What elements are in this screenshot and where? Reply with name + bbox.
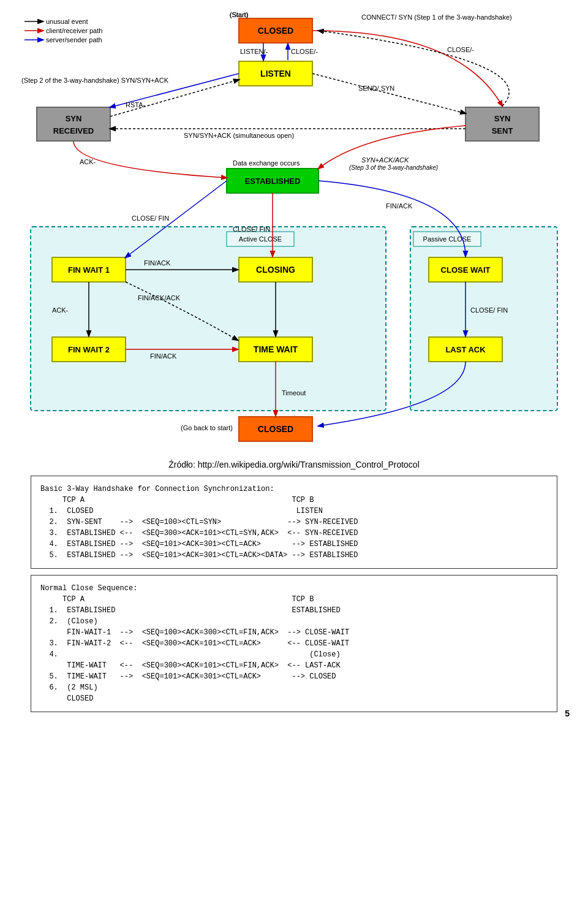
svg-text:FIN/ACK: FIN/ACK xyxy=(150,352,177,360)
svg-rect-14 xyxy=(37,107,110,141)
source-citation: Źródło: http://en.wikipedia.org/wiki/Tra… xyxy=(18,460,570,469)
svg-text:CLOSE WAIT: CLOSE WAIT xyxy=(441,265,491,275)
svg-text:FIN WAIT 1: FIN WAIT 1 xyxy=(68,265,110,275)
svg-text:unusual event: unusual event xyxy=(46,18,88,25)
svg-text:CLOSED: CLOSED xyxy=(258,424,293,434)
svg-text:client/receiver path: client/receiver path xyxy=(46,27,102,34)
svg-text:(Go back to start): (Go back to start) xyxy=(181,424,233,431)
svg-text:SYN+ACK/ACK: SYN+ACK/ACK xyxy=(361,156,409,164)
svg-text:SYN: SYN xyxy=(494,114,511,123)
svg-text:CONNECT/ SYN   (Step 1 of the : CONNECT/ SYN (Step 1 of the 3-way-handsh… xyxy=(361,13,512,21)
svg-text:CLOSED: CLOSED xyxy=(258,26,293,36)
svg-text:ACK-: ACK- xyxy=(52,306,69,314)
svg-text:SEND/ SYN: SEND/ SYN xyxy=(358,85,394,92)
svg-text:ESTABLISHED: ESTABLISHED xyxy=(245,177,301,186)
handshake-box: Basic 3-Way Handshake for Connection Syn… xyxy=(31,476,557,569)
svg-text:CLOSE/ FIN: CLOSE/ FIN xyxy=(470,306,508,314)
svg-rect-22 xyxy=(31,227,386,411)
svg-text:(Step 2 of the 3-way-handshake: (Step 2 of the 3-way-handshake) SYN/SYN+… xyxy=(21,77,169,84)
svg-text:SENT: SENT xyxy=(492,126,513,135)
svg-text:FIN/ACK: FIN/ACK xyxy=(144,259,171,267)
svg-text:FIN WAIT 2: FIN WAIT 2 xyxy=(68,345,110,354)
tcp-state-diagram: unusual event client/receiver path serve… xyxy=(18,12,570,454)
page-number: 5 xyxy=(565,708,570,718)
svg-rect-23 xyxy=(410,227,557,411)
svg-text:ACK-: ACK- xyxy=(80,158,96,165)
svg-text:LAST ACK: LAST ACK xyxy=(445,345,486,354)
svg-text:RECEIVED: RECEIVED xyxy=(53,126,94,135)
svg-text:Passive CLOSE: Passive CLOSE xyxy=(423,235,472,243)
svg-text:Timeout: Timeout xyxy=(282,389,306,397)
svg-text:(Start): (Start) xyxy=(230,12,249,18)
svg-text:CLOSE/-: CLOSE/- xyxy=(291,48,318,55)
svg-text:Data exchange occurs: Data exchange occurs xyxy=(233,159,300,167)
svg-text:SYN/SYN+ACK  (simultaneous ope: SYN/SYN+ACK (simultaneous open) xyxy=(184,132,294,139)
svg-text:CLOSE/ FIN: CLOSE/ FIN xyxy=(132,215,169,222)
svg-text:CLOSE/-: CLOSE/- xyxy=(447,46,474,53)
svg-rect-17 xyxy=(466,107,539,141)
close-sequence-box: Normal Close Sequence: TCP A TCP B 1. ES… xyxy=(31,575,557,712)
svg-text:Active CLOSE: Active CLOSE xyxy=(239,235,282,243)
svg-text:FIN/ACK/ACK: FIN/ACK/ACK xyxy=(138,294,181,302)
svg-text:LISTEN/-: LISTEN/- xyxy=(240,48,268,55)
svg-text:CLOSING: CLOSING xyxy=(256,265,295,275)
svg-text:LISTEN: LISTEN xyxy=(260,69,291,78)
svg-text:(Step 3 of the 3-way-handshake: (Step 3 of the 3-way-handshake) xyxy=(349,164,438,171)
svg-text:server/sender path: server/sender path xyxy=(46,36,102,44)
svg-text:CLOSE/ FIN: CLOSE/ FIN xyxy=(233,226,270,233)
svg-text:RSTA-: RSTA- xyxy=(126,101,146,108)
legend: unusual event client/receiver path serve… xyxy=(24,18,102,44)
svg-text:TIME WAIT: TIME WAIT xyxy=(254,344,298,354)
svg-text:SYN: SYN xyxy=(66,114,82,123)
svg-text:FIN/ACK: FIN/ACK xyxy=(386,202,413,210)
